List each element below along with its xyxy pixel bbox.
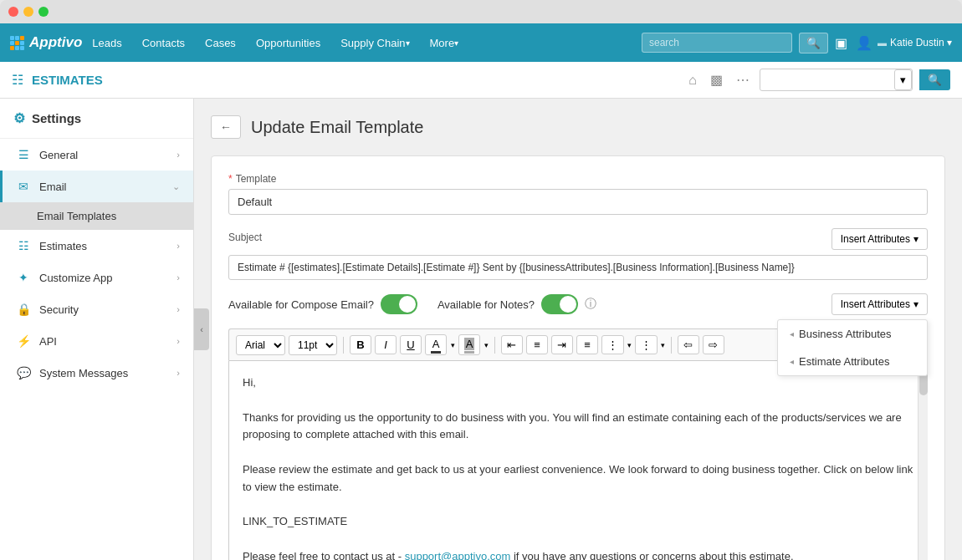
sidebar-item-email[interactable]: ✉ Email ⌄ bbox=[0, 171, 193, 202]
back-button[interactable]: ← bbox=[211, 115, 241, 139]
subnav-search: ▾ bbox=[760, 69, 913, 91]
insert-attributes-button-2[interactable]: Insert Attributes bbox=[832, 293, 928, 315]
email-arrow: ⌄ bbox=[172, 181, 180, 192]
sidebar-item-security[interactable]: 🔒 Security › bbox=[0, 293, 193, 325]
search-button[interactable]: 🔍 bbox=[799, 33, 828, 53]
general-icon: ☰ bbox=[16, 148, 31, 161]
api-icon: ⚡ bbox=[16, 334, 31, 348]
subnav-search-button[interactable]: 🔍 bbox=[919, 69, 950, 90]
subnav-dropdown-btn[interactable]: ▾ bbox=[894, 69, 912, 90]
compose-email-label: Available for Compose Email? bbox=[228, 298, 374, 311]
font-color-button[interactable]: A bbox=[425, 334, 447, 355]
subnav-search-input[interactable] bbox=[760, 71, 894, 89]
insert-attributes-button[interactable]: Insert Attributes bbox=[832, 228, 928, 250]
dropdown-item-estimate-attributes[interactable]: ◂ Estimate Attributes bbox=[778, 348, 927, 375]
email-editor[interactable]: Hi, Thanks for providing us the opportun… bbox=[228, 360, 928, 560]
highlight-arrow[interactable]: ▾ bbox=[484, 341, 489, 349]
align-right-button[interactable]: ⇥ bbox=[551, 335, 573, 354]
home-icon[interactable]: ⌂ bbox=[685, 69, 700, 91]
subject-input[interactable] bbox=[228, 255, 928, 280]
highlight-btn-wrap: A ▾ bbox=[458, 334, 489, 355]
sidebar-item-estimates[interactable]: ☷ Estimates › bbox=[0, 230, 193, 262]
estimates-icon: ☷ bbox=[16, 239, 31, 252]
list-arrow[interactable]: ▾ bbox=[627, 341, 632, 349]
top-navigation: Apptivo Leads Contacts Cases Opportuniti… bbox=[0, 23, 962, 62]
settings-gear-icon: ⚙ bbox=[13, 110, 25, 126]
main-content: ⚙ Settings ☰ General › ✉ Email ⌄ Email T… bbox=[0, 99, 962, 560]
monitor-icon[interactable]: ▣ bbox=[835, 35, 847, 51]
customize-icon: ✦ bbox=[16, 271, 31, 284]
italic-button[interactable]: I bbox=[375, 335, 397, 354]
sidebar-item-customize[interactable]: ✦ Customize App › bbox=[0, 262, 193, 293]
nav-cases[interactable]: Cases bbox=[195, 23, 246, 62]
decrease-indent-button[interactable]: ⇦ bbox=[678, 335, 699, 354]
content-header: ← Update Email Template bbox=[211, 115, 945, 139]
font-family-select[interactable]: Arial bbox=[236, 335, 285, 355]
app-logo: Apptivo bbox=[10, 34, 82, 51]
notes-toggle-group: Available for Notes? ⓘ bbox=[438, 294, 596, 314]
estimates-arrow: › bbox=[177, 241, 180, 251]
notes-label: Available for Notes? bbox=[438, 298, 535, 311]
list-unordered-arrow[interactable]: ▾ bbox=[661, 341, 665, 349]
align-left-button[interactable]: ⇤ bbox=[501, 335, 523, 354]
dropdown-item-business-attributes[interactable]: ◂ Business Attributes bbox=[778, 320, 927, 348]
bold-button[interactable]: B bbox=[350, 335, 371, 354]
maximize-btn[interactable] bbox=[38, 7, 49, 17]
subject-row: Subject Insert Attributes bbox=[228, 228, 928, 250]
search-input[interactable] bbox=[642, 33, 792, 53]
align-justify-button[interactable]: ≡ bbox=[576, 335, 598, 354]
notes-toggle[interactable] bbox=[541, 294, 578, 314]
sidebar-collapse-button[interactable]: ‹ bbox=[194, 308, 209, 350]
api-arrow: › bbox=[177, 336, 180, 346]
nav-leads[interactable]: Leads bbox=[82, 23, 131, 62]
editor-scrollbar[interactable] bbox=[918, 360, 928, 560]
subject-field-group: Subject Insert Attributes bbox=[228, 228, 928, 280]
logo-text: Apptivo bbox=[29, 34, 82, 51]
system-messages-arrow: › bbox=[177, 368, 180, 378]
user-menu[interactable]: ▬ Katie Dustin ▾ bbox=[878, 37, 952, 48]
sidebar-item-general[interactable]: ☰ General › bbox=[0, 139, 193, 171]
editor-line-1: Hi, bbox=[243, 374, 913, 392]
security-arrow: › bbox=[177, 304, 180, 314]
sidebar-security-label: Security bbox=[39, 303, 79, 316]
settings-header: ⚙ Settings bbox=[0, 99, 193, 139]
sidebar-item-system-messages[interactable]: 💬 System Messages › bbox=[0, 357, 193, 389]
topnav-icons: ▣ 👤 bbox=[835, 35, 872, 51]
page-module-title: ESTIMATES bbox=[32, 73, 103, 87]
list-unordered-button[interactable]: ⋮ bbox=[635, 335, 658, 354]
template-label: * Template bbox=[228, 173, 928, 185]
nav-contacts[interactable]: Contacts bbox=[132, 23, 195, 62]
list-ordered-button[interactable]: ⋮ bbox=[601, 335, 624, 354]
highlight-button[interactable]: A bbox=[458, 334, 481, 355]
underline-button[interactable]: U bbox=[400, 335, 422, 354]
minimize-btn[interactable] bbox=[23, 7, 33, 17]
close-btn[interactable] bbox=[8, 7, 18, 17]
dropdown-arrow-2: ◂ bbox=[790, 357, 794, 366]
chart-icon[interactable]: ▩ bbox=[707, 69, 726, 91]
nav-more[interactable]: More bbox=[420, 23, 469, 62]
user-icon[interactable]: 👤 bbox=[856, 35, 872, 51]
increase-indent-button[interactable]: ⇨ bbox=[703, 335, 724, 354]
toggle-row: Available for Compose Email? Available f… bbox=[228, 293, 928, 315]
sidebar-general-label: General bbox=[39, 149, 78, 161]
nav-opportunities[interactable]: Opportunities bbox=[246, 23, 330, 62]
template-field-group: * Template bbox=[228, 173, 928, 215]
email-link: support@apptivo.com bbox=[405, 550, 511, 560]
subnav-actions: ⌂ ▩ ⋯ ▾ 🔍 bbox=[685, 69, 950, 91]
font-color-btn-wrap: A ▾ bbox=[425, 334, 455, 355]
nav-supply-chain[interactable]: Supply Chain bbox=[330, 23, 419, 62]
compose-email-toggle[interactable] bbox=[381, 294, 417, 314]
user-name: Katie Dustin ▾ bbox=[890, 37, 952, 48]
email-icon: ✉ bbox=[16, 180, 31, 193]
font-color-arrow[interactable]: ▾ bbox=[451, 341, 455, 349]
sidebar-item-api[interactable]: ⚡ API › bbox=[0, 325, 193, 357]
sidebar-item-email-templates[interactable]: Email Templates bbox=[0, 202, 193, 230]
font-size-select[interactable]: 11pt bbox=[289, 335, 337, 355]
dropdown-label-business: Business Attributes bbox=[799, 328, 892, 340]
template-input[interactable] bbox=[228, 189, 928, 215]
toolbar-sep-1 bbox=[343, 337, 344, 354]
sidebar-api-label: API bbox=[39, 335, 57, 348]
general-arrow: › bbox=[177, 150, 180, 160]
align-center-button[interactable]: ≡ bbox=[526, 335, 548, 354]
more-icon[interactable]: ⋯ bbox=[733, 69, 753, 91]
